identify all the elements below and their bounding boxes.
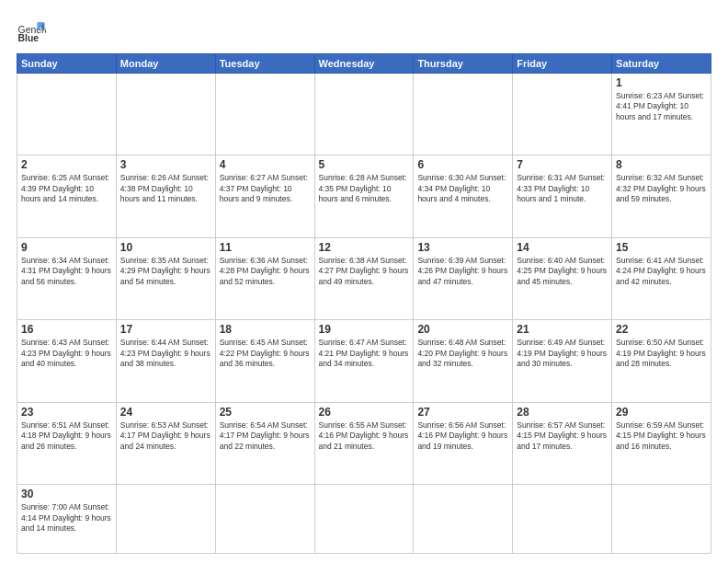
calendar-cell: 17Sunrise: 6:44 AM Sunset: 4:23 PM Dayli…: [116, 320, 215, 402]
calendar-cell: 25Sunrise: 6:54 AM Sunset: 4:17 PM Dayli…: [215, 402, 314, 484]
day-number: 30: [21, 488, 112, 500]
day-info: Sunrise: 6:53 AM Sunset: 4:17 PM Dayligh…: [120, 420, 211, 452]
calendar-cell: 11Sunrise: 6:36 AM Sunset: 4:28 PM Dayli…: [215, 237, 314, 319]
day-number: 7: [517, 158, 608, 171]
svg-text:Blue: Blue: [18, 33, 40, 43]
calendar-cell: 15Sunrise: 6:41 AM Sunset: 4:24 PM Dayli…: [612, 237, 711, 319]
calendar-cell: 14Sunrise: 6:40 AM Sunset: 4:25 PM Dayli…: [513, 237, 612, 319]
calendar-cell: 10Sunrise: 6:35 AM Sunset: 4:29 PM Dayli…: [116, 237, 215, 319]
day-number: 28: [517, 406, 608, 419]
day-number: 18: [220, 323, 311, 336]
calendar-cell: 9Sunrise: 6:34 AM Sunset: 4:31 PM Daylig…: [17, 237, 117, 319]
day-info: Sunrise: 6:36 AM Sunset: 4:28 PM Dayligh…: [220, 256, 311, 287]
week-row-6: 30Sunrise: 7:00 AM Sunset: 4:14 PM Dayli…: [17, 485, 711, 554]
generalblue-logo-icon: General Blue: [17, 17, 46, 46]
calendar-cell: 16Sunrise: 6:43 AM Sunset: 4:23 PM Dayli…: [17, 320, 117, 402]
day-number: 14: [517, 241, 608, 254]
logo: General Blue: [17, 17, 46, 46]
day-info: Sunrise: 6:56 AM Sunset: 4:16 PM Dayligh…: [417, 420, 508, 452]
day-number: 2: [21, 158, 112, 171]
day-info: Sunrise: 6:35 AM Sunset: 4:29 PM Dayligh…: [120, 256, 211, 287]
calendar-cell: 28Sunrise: 6:57 AM Sunset: 4:15 PM Dayli…: [513, 402, 612, 484]
calendar-cell: 2Sunrise: 6:25 AM Sunset: 4:39 PM Daylig…: [17, 155, 117, 237]
calendar-cell: [215, 485, 314, 554]
calendar-cell: 1Sunrise: 6:23 AM Sunset: 4:41 PM Daylig…: [612, 74, 711, 155]
week-row-2: 2Sunrise: 6:25 AM Sunset: 4:39 PM Daylig…: [17, 155, 711, 237]
calendar-cell: 26Sunrise: 6:55 AM Sunset: 4:16 PM Dayli…: [314, 402, 414, 484]
weekday-header-monday: Monday: [116, 54, 215, 74]
calendar-cell: [314, 485, 414, 554]
day-number: 23: [21, 406, 112, 419]
day-info: Sunrise: 6:26 AM Sunset: 4:38 PM Dayligh…: [120, 173, 211, 204]
day-number: 13: [417, 241, 508, 254]
day-number: 16: [21, 323, 112, 336]
calendar-cell: 12Sunrise: 6:38 AM Sunset: 4:27 PM Dayli…: [314, 237, 414, 319]
calendar-cell: [215, 74, 314, 155]
day-info: Sunrise: 6:41 AM Sunset: 4:24 PM Dayligh…: [616, 256, 707, 287]
weekday-header-wednesday: Wednesday: [314, 54, 414, 74]
day-number: 12: [319, 241, 410, 254]
day-info: Sunrise: 6:51 AM Sunset: 4:18 PM Dayligh…: [21, 420, 112, 452]
day-info: Sunrise: 6:44 AM Sunset: 4:23 PM Dayligh…: [120, 338, 211, 369]
week-row-4: 16Sunrise: 6:43 AM Sunset: 4:23 PM Dayli…: [17, 320, 711, 402]
calendar-cell: [116, 74, 215, 155]
day-number: 6: [417, 158, 508, 171]
day-info: Sunrise: 6:30 AM Sunset: 4:34 PM Dayligh…: [417, 173, 508, 204]
calendar-cell: 30Sunrise: 7:00 AM Sunset: 4:14 PM Dayli…: [17, 485, 117, 554]
day-info: Sunrise: 6:32 AM Sunset: 4:32 PM Dayligh…: [616, 173, 707, 204]
calendar-cell: 13Sunrise: 6:39 AM Sunset: 4:26 PM Dayli…: [414, 237, 513, 319]
day-info: Sunrise: 6:59 AM Sunset: 4:15 PM Dayligh…: [616, 420, 707, 452]
weekday-header-thursday: Thursday: [414, 54, 513, 74]
week-row-5: 23Sunrise: 6:51 AM Sunset: 4:18 PM Dayli…: [17, 402, 711, 484]
calendar-cell: [414, 485, 513, 554]
day-number: 3: [120, 158, 211, 171]
day-info: Sunrise: 6:54 AM Sunset: 4:17 PM Dayligh…: [220, 420, 311, 452]
calendar-cell: 4Sunrise: 6:27 AM Sunset: 4:37 PM Daylig…: [215, 155, 314, 237]
day-number: 17: [120, 323, 211, 336]
day-info: Sunrise: 6:48 AM Sunset: 4:20 PM Dayligh…: [417, 338, 508, 369]
weekday-header-tuesday: Tuesday: [215, 54, 314, 74]
day-info: Sunrise: 6:55 AM Sunset: 4:16 PM Dayligh…: [319, 420, 410, 452]
day-info: Sunrise: 6:38 AM Sunset: 4:27 PM Dayligh…: [319, 256, 410, 287]
weekday-header-saturday: Saturday: [612, 54, 711, 74]
weekday-header-row: SundayMondayTuesdayWednesdayThursdayFrid…: [17, 54, 711, 74]
day-info: Sunrise: 7:00 AM Sunset: 4:14 PM Dayligh…: [21, 502, 112, 534]
day-info: Sunrise: 6:23 AM Sunset: 4:41 PM Dayligh…: [616, 91, 707, 122]
calendar-cell: [314, 74, 414, 155]
calendar-cell: 6Sunrise: 6:30 AM Sunset: 4:34 PM Daylig…: [414, 155, 513, 237]
day-info: Sunrise: 6:45 AM Sunset: 4:22 PM Dayligh…: [220, 338, 311, 369]
calendar-table: SundayMondayTuesdayWednesdayThursdayFrid…: [17, 53, 711, 554]
day-info: Sunrise: 6:57 AM Sunset: 4:15 PM Dayligh…: [517, 420, 608, 452]
day-info: Sunrise: 6:47 AM Sunset: 4:21 PM Dayligh…: [319, 338, 410, 369]
calendar-cell: 27Sunrise: 6:56 AM Sunset: 4:16 PM Dayli…: [414, 402, 513, 484]
day-info: Sunrise: 6:28 AM Sunset: 4:35 PM Dayligh…: [319, 173, 410, 204]
day-number: 26: [319, 406, 410, 419]
calendar-cell: [513, 485, 612, 554]
calendar-cell: 3Sunrise: 6:26 AM Sunset: 4:38 PM Daylig…: [116, 155, 215, 237]
day-number: 19: [319, 323, 410, 336]
calendar-cell: 7Sunrise: 6:31 AM Sunset: 4:33 PM Daylig…: [513, 155, 612, 237]
day-number: 24: [120, 406, 211, 419]
day-number: 4: [220, 158, 311, 171]
day-number: 8: [616, 158, 707, 171]
calendar-cell: [414, 74, 513, 155]
day-number: 21: [517, 323, 608, 336]
day-number: 10: [120, 241, 211, 254]
calendar-cell: 24Sunrise: 6:53 AM Sunset: 4:17 PM Dayli…: [116, 402, 215, 484]
day-info: Sunrise: 6:39 AM Sunset: 4:26 PM Dayligh…: [417, 256, 508, 287]
weekday-header-friday: Friday: [513, 54, 612, 74]
day-info: Sunrise: 6:27 AM Sunset: 4:37 PM Dayligh…: [220, 173, 311, 204]
day-number: 22: [616, 323, 707, 336]
day-number: 25: [220, 406, 311, 419]
calendar-cell: [17, 74, 117, 155]
calendar-page: General Blue SundayMondayTuesdayWednesda…: [0, 0, 728, 563]
calendar-cell: 29Sunrise: 6:59 AM Sunset: 4:15 PM Dayli…: [612, 402, 711, 484]
week-row-1: 1Sunrise: 6:23 AM Sunset: 4:41 PM Daylig…: [17, 74, 711, 155]
calendar-cell: 23Sunrise: 6:51 AM Sunset: 4:18 PM Dayli…: [17, 402, 117, 484]
day-info: Sunrise: 6:40 AM Sunset: 4:25 PM Dayligh…: [517, 256, 608, 287]
day-info: Sunrise: 6:50 AM Sunset: 4:19 PM Dayligh…: [616, 338, 707, 369]
calendar-cell: [116, 485, 215, 554]
day-number: 15: [616, 241, 707, 254]
day-info: Sunrise: 6:25 AM Sunset: 4:39 PM Dayligh…: [21, 173, 112, 204]
day-number: 1: [616, 76, 707, 89]
